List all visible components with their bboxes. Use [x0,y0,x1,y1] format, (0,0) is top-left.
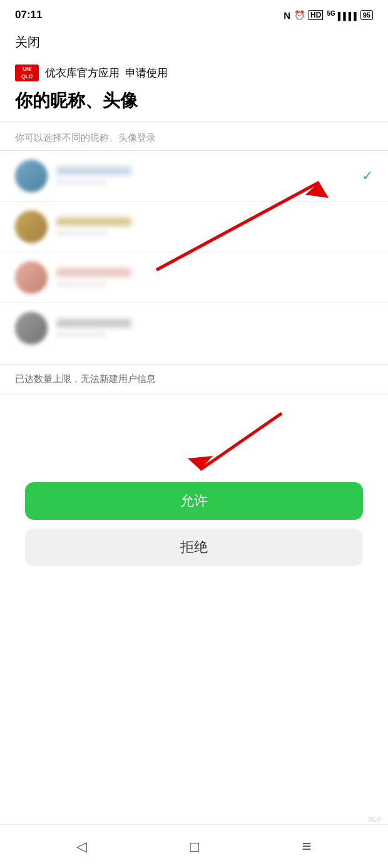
hd-label: HD [309,10,323,20]
status-time: 07:11 [15,9,42,21]
avatar-sub-1 [56,179,106,185]
avatar-list: ✓ [0,151,388,364]
avatar-image-2 [15,210,48,243]
avatar-sub-2 [56,230,106,236]
alarm-icon: ⏰ [294,10,305,20]
avatar-image-4 [15,312,48,344]
bottom-section-divider [0,394,388,395]
uniqlo-badge: UNI QLO [15,65,39,81]
avatar-row-2[interactable] [0,202,388,252]
avatar-row-1[interactable]: ✓ [0,151,388,202]
avatar-sub-4 [56,331,106,338]
brand-bottom: QLO [18,73,36,81]
brand-top: UNI [18,66,36,73]
bottom-nav: ◁ □ ≡ [0,824,388,868]
arrow-to-allow [0,407,388,482]
warning-text: 已达数量上限，无法新建用户信息 [0,364,388,394]
arrow-area [0,407,388,482]
avatar-image-3 [15,261,48,294]
avatar-image-1 [15,160,48,192]
avatar-name-2 [56,217,131,226]
avatar-name-4 [56,319,131,328]
buttons-area: 允许 拒绝 [0,482,388,566]
page-title: 你的昵称、头像 [0,84,388,115]
watermark: SCiF [368,816,382,823]
app-info: UNI QLO 优衣库官方应用 申请使用 [0,53,388,84]
avatar-text-4 [56,319,373,338]
avatar-row-3[interactable] [0,252,388,303]
avatar-text-1 [56,167,373,185]
home-button[interactable]: □ [190,838,200,855]
avatar-text-3 [56,268,373,287]
avatar-row-4[interactable] [0,303,388,353]
status-icons: N ⏰ HD 5G▐▐▐▐ 95 [283,10,373,21]
close-area: 关闭 [0,28,388,53]
selected-checkmark: ✓ [362,168,373,184]
svg-marker-3 [188,456,213,470]
status-bar: 07:11 N ⏰ HD 5G▐▐▐▐ 95 [0,0,388,28]
close-button[interactable]: 关闭 [15,35,40,49]
signal-5g: 5G▐▐▐▐ [327,10,356,21]
svg-line-2 [200,413,282,470]
subtitle: 你可以选择不同的昵称、头像登录 [0,128,388,150]
battery-indicator: 95 [360,10,373,20]
avatar-text-2 [56,217,373,236]
avatar-sub-3 [56,281,106,287]
back-button[interactable]: ◁ [76,839,87,855]
title-divider [0,121,388,122]
menu-button[interactable]: ≡ [302,837,312,856]
allow-button[interactable]: 允许 [25,482,363,520]
nfc-icon: N [283,10,290,21]
avatar-name-1 [56,167,131,175]
avatar-name-3 [56,268,131,277]
deny-button[interactable]: 拒绝 [25,529,363,566]
app-name: 优衣库官方应用 申请使用 [45,66,168,80]
